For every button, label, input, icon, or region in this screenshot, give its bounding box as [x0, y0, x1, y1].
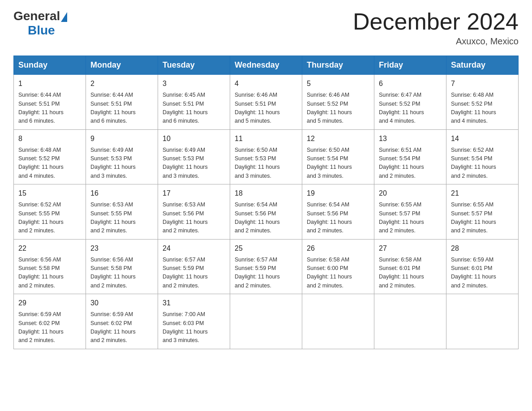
day-info: Sunrise: 6:54 AMSunset: 5:56 PMDaylight:… [307, 201, 369, 235]
weekday-header-friday: Friday [374, 56, 446, 75]
day-cell-30: 30Sunrise: 6:59 AMSunset: 6:02 PMDayligh… [86, 294, 158, 349]
day-info: Sunrise: 7:00 AMSunset: 6:03 PMDaylight:… [163, 310, 225, 345]
day-cell-22: 22Sunrise: 6:56 AMSunset: 5:58 PMDayligh… [14, 239, 86, 294]
day-cell-1: 1Sunrise: 6:44 AMSunset: 5:51 PMDaylight… [14, 75, 86, 130]
day-info: Sunrise: 6:57 AMSunset: 5:59 PMDaylight:… [163, 256, 225, 291]
day-info: Sunrise: 6:56 AMSunset: 5:58 PMDaylight:… [18, 256, 81, 291]
day-cell-9: 9Sunrise: 6:49 AMSunset: 5:53 PMDaylight… [86, 129, 158, 184]
day-number: 5 [307, 78, 369, 89]
logo-general-text: General [13, 9, 60, 23]
day-cell-17: 17Sunrise: 6:53 AMSunset: 5:56 PMDayligh… [158, 184, 230, 240]
page-header: General Blue December 2024 Axuxco, Mexic… [13, 9, 519, 47]
day-info: Sunrise: 6:44 AMSunset: 5:51 PMDaylight:… [90, 91, 153, 126]
day-number: 11 [235, 133, 297, 144]
week-row-1: 1Sunrise: 6:44 AMSunset: 5:51 PMDaylight… [14, 75, 519, 130]
day-info: Sunrise: 6:46 AMSunset: 5:51 PMDaylight:… [235, 91, 297, 126]
weekday-header-wednesday: Wednesday [230, 56, 302, 75]
day-info: Sunrise: 6:55 AMSunset: 5:57 PMDaylight:… [451, 201, 514, 235]
day-cell-2: 2Sunrise: 6:44 AMSunset: 5:51 PMDaylight… [86, 75, 158, 130]
day-cell-10: 10Sunrise: 6:49 AMSunset: 5:53 PMDayligh… [158, 129, 230, 184]
day-info: Sunrise: 6:58 AMSunset: 6:01 PMDaylight:… [379, 256, 442, 291]
day-info: Sunrise: 6:59 AMSunset: 6:01 PMDaylight:… [451, 256, 514, 291]
day-cell-31: 31Sunrise: 7:00 AMSunset: 6:03 PMDayligh… [158, 294, 230, 349]
day-number: 7 [451, 78, 514, 89]
day-number: 16 [90, 188, 153, 199]
weekday-header-thursday: Thursday [302, 56, 374, 75]
calendar-table: SundayMondayTuesdayWednesdayThursdayFrid… [13, 56, 519, 349]
location: Axuxco, Mexico [353, 36, 519, 47]
day-number: 19 [307, 188, 369, 199]
day-number: 20 [379, 188, 442, 199]
day-info: Sunrise: 6:56 AMSunset: 5:58 PMDaylight:… [90, 256, 153, 291]
day-cell-24: 24Sunrise: 6:57 AMSunset: 5:59 PMDayligh… [158, 239, 230, 294]
day-number: 4 [235, 78, 297, 89]
day-cell-11: 11Sunrise: 6:50 AMSunset: 5:53 PMDayligh… [230, 129, 302, 184]
day-number: 9 [90, 133, 153, 144]
day-cell-6: 6Sunrise: 6:47 AMSunset: 5:52 PMDaylight… [374, 75, 446, 130]
day-number: 21 [451, 188, 514, 199]
logo-blue-text: Blue [28, 23, 55, 38]
day-info: Sunrise: 6:50 AMSunset: 5:54 PMDaylight:… [307, 146, 369, 181]
day-info: Sunrise: 6:59 AMSunset: 6:02 PMDaylight:… [18, 310, 81, 345]
day-info: Sunrise: 6:57 AMSunset: 5:59 PMDaylight:… [235, 256, 297, 291]
day-number: 8 [18, 133, 81, 144]
day-number: 10 [163, 133, 225, 144]
day-cell-27: 27Sunrise: 6:58 AMSunset: 6:01 PMDayligh… [374, 239, 446, 294]
day-number: 18 [235, 188, 297, 199]
day-info: Sunrise: 6:48 AMSunset: 5:52 PMDaylight:… [18, 146, 81, 181]
day-info: Sunrise: 6:53 AMSunset: 5:55 PMDaylight:… [90, 201, 153, 235]
day-cell-28: 28Sunrise: 6:59 AMSunset: 6:01 PMDayligh… [446, 239, 519, 294]
day-info: Sunrise: 6:49 AMSunset: 5:53 PMDaylight:… [90, 146, 153, 181]
day-info: Sunrise: 6:52 AMSunset: 5:54 PMDaylight:… [451, 146, 514, 181]
day-cell-23: 23Sunrise: 6:56 AMSunset: 5:58 PMDayligh… [86, 239, 158, 294]
day-info: Sunrise: 6:52 AMSunset: 5:55 PMDaylight:… [18, 201, 81, 235]
weekday-header-row: SundayMondayTuesdayWednesdayThursdayFrid… [14, 56, 519, 75]
week-row-3: 15Sunrise: 6:52 AMSunset: 5:55 PMDayligh… [14, 184, 519, 240]
day-cell-20: 20Sunrise: 6:55 AMSunset: 5:57 PMDayligh… [374, 184, 446, 240]
day-number: 2 [90, 78, 153, 89]
day-info: Sunrise: 6:59 AMSunset: 6:02 PMDaylight:… [90, 310, 153, 345]
weekday-header-sunday: Sunday [14, 56, 86, 75]
day-info: Sunrise: 6:44 AMSunset: 5:51 PMDaylight:… [18, 91, 81, 126]
day-cell-19: 19Sunrise: 6:54 AMSunset: 5:56 PMDayligh… [302, 184, 374, 240]
day-info: Sunrise: 6:54 AMSunset: 5:56 PMDaylight:… [235, 201, 297, 235]
day-number: 24 [163, 243, 225, 254]
day-info: Sunrise: 6:51 AMSunset: 5:54 PMDaylight:… [379, 146, 442, 181]
day-cell-25: 25Sunrise: 6:57 AMSunset: 5:59 PMDayligh… [230, 239, 302, 294]
day-number: 14 [451, 133, 514, 144]
day-number: 15 [18, 188, 81, 199]
logo-triangle-icon [61, 12, 67, 22]
empty-cell [446, 294, 519, 349]
day-number: 25 [235, 243, 297, 254]
weekday-header-monday: Monday [86, 56, 158, 75]
day-info: Sunrise: 6:53 AMSunset: 5:56 PMDaylight:… [163, 201, 225, 235]
day-number: 1 [18, 78, 81, 89]
day-number: 28 [451, 243, 514, 254]
day-info: Sunrise: 6:48 AMSunset: 5:52 PMDaylight:… [451, 91, 514, 126]
day-cell-18: 18Sunrise: 6:54 AMSunset: 5:56 PMDayligh… [230, 184, 302, 240]
day-number: 30 [90, 298, 153, 308]
day-number: 17 [163, 188, 225, 199]
day-info: Sunrise: 6:47 AMSunset: 5:52 PMDaylight:… [379, 91, 442, 126]
empty-cell [374, 294, 446, 349]
day-number: 6 [379, 78, 442, 89]
day-info: Sunrise: 6:45 AMSunset: 5:51 PMDaylight:… [163, 91, 225, 126]
day-cell-8: 8Sunrise: 6:48 AMSunset: 5:52 PMDaylight… [14, 129, 86, 184]
day-info: Sunrise: 6:55 AMSunset: 5:57 PMDaylight:… [379, 201, 442, 235]
day-cell-26: 26Sunrise: 6:58 AMSunset: 6:00 PMDayligh… [302, 239, 374, 294]
day-cell-7: 7Sunrise: 6:48 AMSunset: 5:52 PMDaylight… [446, 75, 519, 130]
day-number: 27 [379, 243, 442, 254]
day-info: Sunrise: 6:50 AMSunset: 5:53 PMDaylight:… [235, 146, 297, 181]
day-number: 12 [307, 133, 369, 144]
logo: General Blue [13, 9, 67, 38]
title-block: December 2024 Axuxco, Mexico [353, 9, 519, 47]
day-cell-4: 4Sunrise: 6:46 AMSunset: 5:51 PMDaylight… [230, 75, 302, 130]
day-number: 31 [163, 298, 225, 308]
day-number: 29 [18, 298, 81, 308]
day-info: Sunrise: 6:46 AMSunset: 5:52 PMDaylight:… [307, 91, 369, 126]
day-number: 13 [379, 133, 442, 144]
day-number: 26 [307, 243, 369, 254]
day-number: 3 [163, 78, 225, 89]
day-number: 22 [18, 243, 81, 254]
day-cell-3: 3Sunrise: 6:45 AMSunset: 5:51 PMDaylight… [158, 75, 230, 130]
